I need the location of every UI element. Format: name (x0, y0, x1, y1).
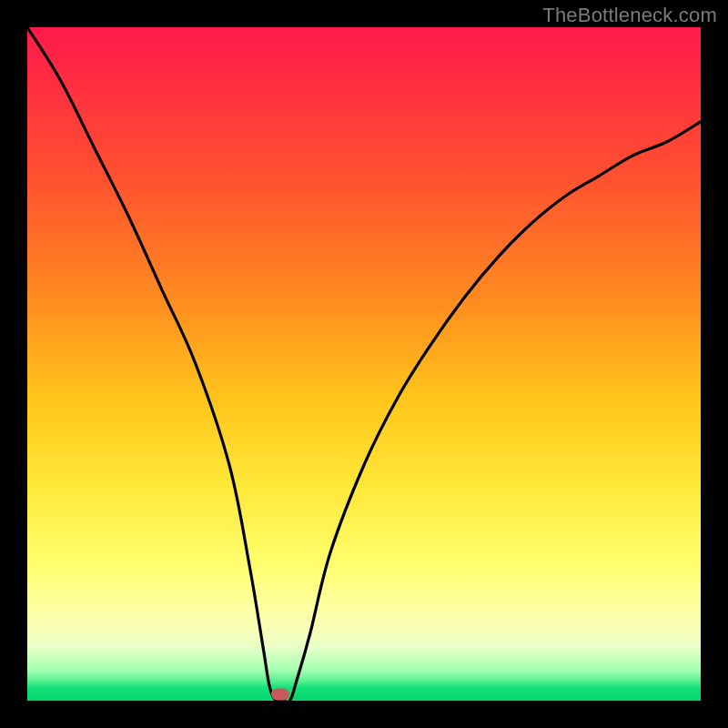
optimal-point-marker (271, 688, 289, 700)
bottleneck-curve (27, 27, 701, 701)
curve-path (27, 27, 701, 701)
chart-frame: TheBottleneck.com (0, 0, 728, 728)
watermark-text: TheBottleneck.com (542, 4, 717, 27)
plot-area (27, 27, 701, 701)
